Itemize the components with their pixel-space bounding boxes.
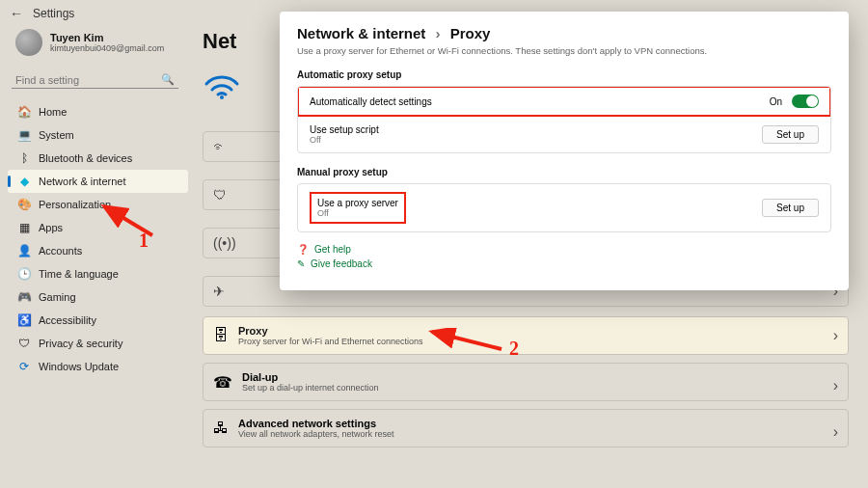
sidebar-item-network[interactable]: ◆Network & internet (8, 170, 188, 193)
home-icon: 🏠 (17, 105, 31, 119)
row-use-proxy: Use a proxy server Off Set up (298, 184, 830, 231)
sidebar-item-label: Network & internet (39, 176, 125, 187)
sidebar-item-label: System (39, 129, 74, 141)
crumb-leaf: Proxy (450, 25, 491, 41)
link-label: Get help (314, 244, 351, 255)
wifi-small-icon: ᯤ (213, 139, 227, 154)
manual-card: Use a proxy server Off Set up (297, 183, 831, 232)
section-auto: Automatic proxy setup (297, 69, 831, 80)
search-icon: 🔍 (161, 73, 175, 86)
sidebar-item-personalization[interactable]: 🎨Personalization (8, 193, 188, 216)
network-icon: ◆ (17, 175, 31, 188)
svg-point-0 (220, 95, 224, 99)
row-sub: View all network adapters, network reset (238, 429, 393, 439)
row-label: Use setup script (310, 124, 762, 135)
personalization-icon: 🎨 (17, 198, 31, 211)
sidebar-item-label: Home (39, 106, 67, 118)
sidebar-item-label: Personalization (39, 199, 111, 210)
setup-script-button[interactable]: Set up (762, 125, 819, 144)
annotation-number-2: 2 (509, 338, 519, 360)
row-label: Use a proxy server (317, 198, 398, 208)
help-icon: ❓ (297, 244, 309, 255)
profile-block[interactable]: Tuyen Kim kimtuyenbui0409@gmail.com (8, 23, 188, 62)
sidebar-item-label: Bluetooth & devices (39, 152, 132, 164)
row-advanced[interactable]: 🖧 Advanced network settings View all net… (203, 409, 849, 447)
row-proxy[interactable]: 🗄 Proxy Proxy server for Wi-Fi and Ether… (203, 316, 849, 355)
sidebar-item-privacy[interactable]: 🛡Privacy & security (8, 332, 188, 355)
help-links: ❓Get help ✎Give feedback (297, 244, 831, 269)
row-sub: Off (317, 208, 398, 218)
feedback-icon: ✎ (297, 258, 305, 269)
use-proxy-highlight: Use a proxy server Off (310, 192, 406, 224)
chevron-right-icon: › (436, 25, 441, 41)
sidebar-item-label: Windows Update (39, 361, 119, 372)
get-help-link[interactable]: ❓Get help (297, 244, 831, 255)
accounts-icon: 👤 (17, 244, 31, 258)
update-icon: ⟳ (17, 360, 31, 373)
proxy-icon: 🗄 (213, 327, 229, 344)
row-sub: Off (310, 135, 762, 145)
link-label: Give feedback (311, 258, 372, 269)
sidebar-item-accounts[interactable]: 👤Accounts (8, 239, 188, 262)
sidebar-item-update[interactable]: ⟳Windows Update (8, 355, 188, 378)
row-title: Dial-up (242, 371, 379, 383)
accessibility-icon: ♿ (17, 313, 31, 327)
sidebar-item-accessibility[interactable]: ♿Accessibility (8, 309, 188, 332)
sidebar-item-apps[interactable]: ▦Apps (8, 216, 188, 239)
feedback-link[interactable]: ✎Give feedback (297, 258, 831, 269)
annotation-number-1: 1 (139, 230, 149, 252)
crumb-parent[interactable]: Network & internet (297, 25, 425, 41)
system-icon: 💻 (17, 128, 31, 142)
search-box[interactable]: 🔍 (12, 71, 178, 89)
sidebar: Tuyen Kim kimtuyenbui0409@gmail.com 🔍 🏠H… (0, 23, 188, 378)
dialup-icon: ☎ (213, 373, 232, 392)
sidebar-item-bluetooth[interactable]: ᛒBluetooth & devices (8, 147, 188, 170)
advanced-icon: 🖧 (213, 420, 229, 437)
use-proxy-button[interactable]: Set up (762, 199, 819, 217)
row-auto-detect[interactable]: Automatically detect settings On (298, 87, 830, 116)
window-title: Settings (33, 7, 74, 20)
sidebar-item-label: Time & language (39, 268, 119, 280)
shield-icon: 🛡 (17, 337, 31, 350)
shield-small-icon: 🛡 (213, 187, 227, 203)
sidebar-item-time-language[interactable]: 🕒Time & language (8, 262, 188, 285)
breadcrumb: Network & internet › Proxy (297, 25, 831, 41)
sidebar-item-label: Gaming (39, 291, 76, 303)
toggle-auto-detect[interactable] (792, 95, 819, 108)
avatar (15, 29, 42, 56)
modal-subtext: Use a proxy server for Ethernet or Wi-Fi… (297, 45, 831, 56)
section-manual: Manual proxy setup (297, 167, 831, 177)
auto-card: Automatically detect settings On Use set… (297, 86, 831, 153)
hotspot-icon: ((•)) (213, 235, 236, 251)
row-sub: Proxy server for Wi-Fi and Ethernet conn… (238, 337, 423, 346)
nav-list: 🏠Home 💻System ᛒBluetooth & devices ◆Netw… (8, 100, 188, 378)
toggle-state: On (770, 96, 782, 107)
sidebar-item-gaming[interactable]: 🎮Gaming (8, 285, 188, 309)
row-title: Advanced network settings (238, 418, 393, 429)
gaming-icon: 🎮 (17, 290, 31, 304)
sidebar-item-label: Accessibility (39, 314, 96, 326)
profile-email: kimtuyenbui0409@gmail.com (50, 43, 164, 53)
profile-name: Tuyen Kim (50, 32, 164, 43)
row-sub: Set up a dial-up internet connection (242, 383, 379, 393)
bluetooth-icon: ᛒ (17, 151, 31, 165)
row-title: Proxy (238, 325, 423, 337)
clock-icon: 🕒 (17, 267, 31, 281)
apps-icon: ▦ (17, 221, 31, 234)
sidebar-item-label: Privacy & security (39, 338, 122, 349)
search-input[interactable] (15, 74, 161, 86)
back-icon[interactable]: ← (10, 6, 23, 21)
row-label: Automatically detect settings (310, 96, 770, 107)
sidebar-item-label: Apps (39, 222, 63, 233)
row-dialup[interactable]: ☎ Dial-up Set up a dial-up internet conn… (203, 363, 849, 401)
sidebar-item-label: Accounts (39, 245, 82, 257)
airplane-icon: ✈ (213, 284, 225, 299)
row-setup-script: Use setup script Off Set up (298, 116, 830, 152)
sidebar-item-home[interactable]: 🏠Home (8, 100, 188, 123)
proxy-modal: Network & internet › Proxy Use a proxy s… (280, 12, 849, 290)
sidebar-item-system[interactable]: 💻System (8, 123, 188, 147)
